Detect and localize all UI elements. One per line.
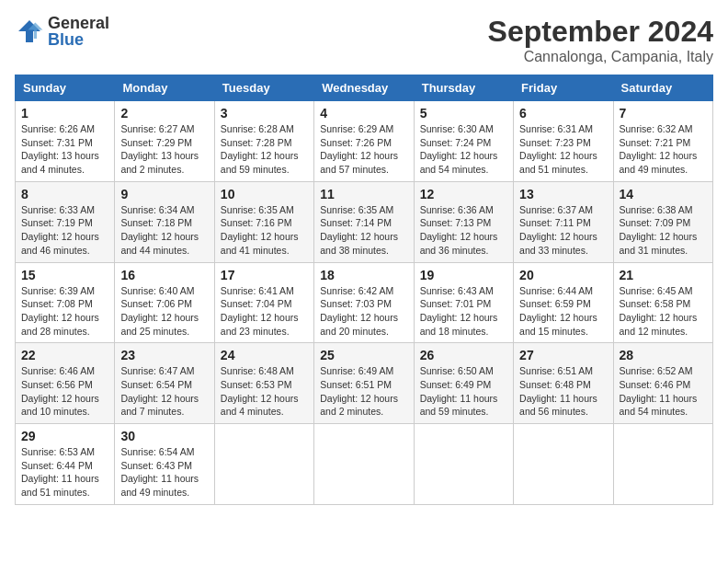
calendar-week-2: 8Sunrise: 6:33 AM Sunset: 7:19 PM Daylig…: [16, 181, 713, 262]
calendar-cell: 17Sunrise: 6:41 AM Sunset: 7:04 PM Dayli…: [214, 262, 313, 343]
day-number: 13: [519, 187, 607, 201]
day-info: Sunrise: 6:52 AM Sunset: 6:46 PM Dayligh…: [620, 364, 707, 419]
day-number: 17: [221, 268, 308, 282]
day-info: Sunrise: 6:38 AM Sunset: 7:09 PM Dayligh…: [620, 203, 707, 258]
day-number: 27: [519, 348, 607, 362]
calendar-week-3: 15Sunrise: 6:39 AM Sunset: 7:08 PM Dayli…: [16, 262, 713, 343]
day-info: Sunrise: 6:51 AM Sunset: 6:48 PM Dayligh…: [519, 364, 607, 419]
logo-text: General Blue: [48, 15, 109, 48]
day-info: Sunrise: 6:43 AM Sunset: 7:01 PM Dayligh…: [420, 284, 507, 339]
logo-icon: [15, 17, 44, 46]
calendar-cell: 1Sunrise: 6:26 AM Sunset: 7:31 PM Daylig…: [16, 101, 115, 182]
day-number: 25: [320, 348, 407, 362]
day-info: Sunrise: 6:42 AM Sunset: 7:03 PM Dayligh…: [320, 284, 407, 339]
weekday-header-friday: Friday: [514, 75, 613, 101]
day-number: 6: [519, 106, 607, 121]
calendar-cell: 8Sunrise: 6:33 AM Sunset: 7:19 PM Daylig…: [16, 181, 115, 262]
calendar-cell: 23Sunrise: 6:47 AM Sunset: 6:54 PM Dayli…: [115, 343, 214, 424]
calendar-week-4: 22Sunrise: 6:46 AM Sunset: 6:56 PM Dayli…: [16, 343, 713, 424]
day-info: Sunrise: 6:29 AM Sunset: 7:26 PM Dayligh…: [320, 122, 407, 177]
day-info: Sunrise: 6:35 AM Sunset: 7:14 PM Dayligh…: [320, 203, 407, 258]
calendar-cell: 25Sunrise: 6:49 AM Sunset: 6:51 PM Dayli…: [314, 343, 414, 424]
calendar-cell: 29Sunrise: 6:53 AM Sunset: 6:44 PM Dayli…: [16, 424, 115, 505]
day-info: Sunrise: 6:31 AM Sunset: 7:23 PM Dayligh…: [519, 122, 607, 177]
day-info: Sunrise: 6:37 AM Sunset: 7:11 PM Dayligh…: [519, 203, 607, 258]
calendar-cell: 24Sunrise: 6:48 AM Sunset: 6:53 PM Dayli…: [214, 343, 313, 424]
day-number: 23: [120, 348, 208, 362]
day-info: Sunrise: 6:54 AM Sunset: 6:43 PM Dayligh…: [120, 445, 208, 500]
page-header: General Blue September 2024 Cannalonga, …: [15, 15, 713, 65]
calendar-cell: 15Sunrise: 6:39 AM Sunset: 7:08 PM Dayli…: [16, 262, 115, 343]
day-info: Sunrise: 6:46 AM Sunset: 6:56 PM Dayligh…: [21, 364, 108, 419]
day-info: Sunrise: 6:40 AM Sunset: 7:06 PM Dayligh…: [120, 284, 208, 339]
day-info: Sunrise: 6:26 AM Sunset: 7:31 PM Dayligh…: [21, 122, 108, 177]
day-info: Sunrise: 6:45 AM Sunset: 6:58 PM Dayligh…: [620, 284, 707, 339]
weekday-header-tuesday: Tuesday: [214, 75, 313, 101]
calendar-week-5: 29Sunrise: 6:53 AM Sunset: 6:44 PM Dayli…: [16, 424, 713, 505]
weekday-header-saturday: Saturday: [613, 75, 712, 101]
calendar-cell: [414, 424, 513, 505]
weekday-header-thursday: Thursday: [414, 75, 513, 101]
calendar-cell: 22Sunrise: 6:46 AM Sunset: 6:56 PM Dayli…: [16, 343, 115, 424]
day-number: 30: [120, 429, 208, 443]
calendar-cell: [514, 424, 613, 505]
calendar-cell: 18Sunrise: 6:42 AM Sunset: 7:03 PM Dayli…: [314, 262, 414, 343]
day-info: Sunrise: 6:50 AM Sunset: 6:49 PM Dayligh…: [420, 364, 507, 419]
logo-general-text: General: [48, 15, 109, 31]
day-number: 21: [620, 268, 707, 282]
calendar-cell: 11Sunrise: 6:35 AM Sunset: 7:14 PM Dayli…: [314, 181, 414, 262]
day-number: 19: [420, 268, 507, 282]
calendar-cell: 3Sunrise: 6:28 AM Sunset: 7:28 PM Daylig…: [214, 101, 313, 182]
day-number: 5: [420, 106, 507, 121]
day-number: 2: [120, 106, 208, 121]
day-number: 14: [620, 187, 707, 201]
day-number: 8: [21, 187, 108, 201]
day-info: Sunrise: 6:36 AM Sunset: 7:13 PM Dayligh…: [420, 203, 507, 258]
calendar-cell: 27Sunrise: 6:51 AM Sunset: 6:48 PM Dayli…: [514, 343, 613, 424]
calendar-cell: 6Sunrise: 6:31 AM Sunset: 7:23 PM Daylig…: [514, 101, 613, 182]
day-info: Sunrise: 6:41 AM Sunset: 7:04 PM Dayligh…: [221, 284, 308, 339]
calendar-cell: 4Sunrise: 6:29 AM Sunset: 7:26 PM Daylig…: [314, 101, 414, 182]
day-number: 16: [120, 268, 208, 282]
day-number: 4: [320, 106, 407, 121]
calendar-cell: [613, 424, 712, 505]
calendar-cell: 5Sunrise: 6:30 AM Sunset: 7:24 PM Daylig…: [414, 101, 513, 182]
calendar-cell: 21Sunrise: 6:45 AM Sunset: 6:58 PM Dayli…: [613, 262, 712, 343]
calendar-cell: 12Sunrise: 6:36 AM Sunset: 7:13 PM Dayli…: [414, 181, 513, 262]
day-info: Sunrise: 6:35 AM Sunset: 7:16 PM Dayligh…: [221, 203, 308, 258]
day-info: Sunrise: 6:28 AM Sunset: 7:28 PM Dayligh…: [221, 122, 308, 177]
day-number: 7: [620, 106, 707, 121]
day-number: 20: [519, 268, 607, 282]
day-number: 11: [320, 187, 407, 201]
day-info: Sunrise: 6:39 AM Sunset: 7:08 PM Dayligh…: [21, 284, 108, 339]
location-title: Cannalonga, Campania, Italy: [488, 49, 713, 65]
day-number: 29: [21, 429, 108, 443]
svg-marker-0: [18, 20, 40, 42]
calendar-cell: 30Sunrise: 6:54 AM Sunset: 6:43 PM Dayli…: [115, 424, 214, 505]
day-number: 22: [21, 348, 108, 362]
day-info: Sunrise: 6:47 AM Sunset: 6:54 PM Dayligh…: [120, 364, 208, 419]
day-number: 1: [21, 106, 108, 121]
weekday-header-wednesday: Wednesday: [314, 75, 414, 101]
day-info: Sunrise: 6:33 AM Sunset: 7:19 PM Dayligh…: [21, 203, 108, 258]
day-info: Sunrise: 6:30 AM Sunset: 7:24 PM Dayligh…: [420, 122, 507, 177]
calendar-table: SundayMondayTuesdayWednesdayThursdayFrid…: [15, 75, 713, 505]
logo: General Blue: [15, 15, 109, 48]
calendar-week-1: 1Sunrise: 6:26 AM Sunset: 7:31 PM Daylig…: [16, 101, 713, 182]
month-title: September 2024: [488, 15, 713, 49]
calendar-cell: 20Sunrise: 6:44 AM Sunset: 6:59 PM Dayli…: [514, 262, 613, 343]
day-number: 12: [420, 187, 507, 201]
weekday-header-row: SundayMondayTuesdayWednesdayThursdayFrid…: [16, 75, 713, 101]
day-info: Sunrise: 6:34 AM Sunset: 7:18 PM Dayligh…: [120, 203, 208, 258]
day-info: Sunrise: 6:27 AM Sunset: 7:29 PM Dayligh…: [120, 122, 208, 177]
day-number: 9: [120, 187, 208, 201]
day-info: Sunrise: 6:44 AM Sunset: 6:59 PM Dayligh…: [519, 284, 607, 339]
calendar-cell: [314, 424, 414, 505]
day-number: 10: [221, 187, 308, 201]
day-number: 15: [21, 268, 108, 282]
calendar-cell: 28Sunrise: 6:52 AM Sunset: 6:46 PM Dayli…: [613, 343, 712, 424]
day-info: Sunrise: 6:32 AM Sunset: 7:21 PM Dayligh…: [620, 122, 707, 177]
day-info: Sunrise: 6:53 AM Sunset: 6:44 PM Dayligh…: [21, 445, 108, 500]
title-area: September 2024 Cannalonga, Campania, Ita…: [488, 15, 713, 65]
calendar-cell: 19Sunrise: 6:43 AM Sunset: 7:01 PM Dayli…: [414, 262, 513, 343]
